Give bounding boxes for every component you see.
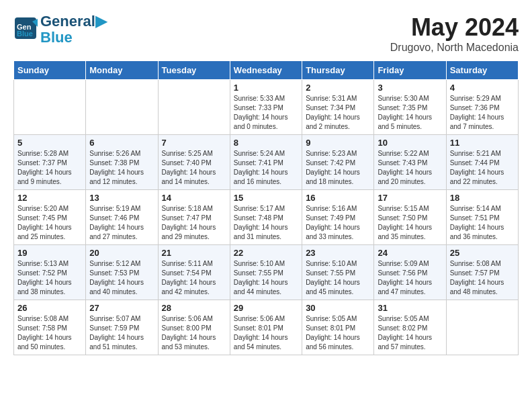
day-number: 10 xyxy=(378,138,442,148)
calendar-cell: 4Sunrise: 5:29 AM Sunset: 7:36 PM Daylig… xyxy=(446,80,518,135)
day-header-saturday: Saturday xyxy=(446,61,518,80)
day-number: 24 xyxy=(378,248,442,258)
day-detail: Sunrise: 5:05 AM Sunset: 8:01 PM Dayligh… xyxy=(306,314,370,352)
day-number: 19 xyxy=(17,248,82,258)
day-detail: Sunrise: 5:30 AM Sunset: 7:35 PM Dayligh… xyxy=(378,94,442,132)
calendar-week-1: 1Sunrise: 5:33 AM Sunset: 7:33 PM Daylig… xyxy=(14,80,519,135)
calendar-cell: 3Sunrise: 5:30 AM Sunset: 7:35 PM Daylig… xyxy=(374,80,446,135)
day-number: 1 xyxy=(234,83,298,93)
day-number: 22 xyxy=(234,248,298,258)
day-number: 20 xyxy=(89,248,154,258)
day-detail: Sunrise: 5:05 AM Sunset: 8:02 PM Dayligh… xyxy=(378,314,442,352)
day-detail: Sunrise: 5:29 AM Sunset: 7:36 PM Dayligh… xyxy=(450,94,515,132)
day-header-monday: Monday xyxy=(86,61,158,80)
day-number: 6 xyxy=(89,138,154,148)
calendar-cell: 15Sunrise: 5:17 AM Sunset: 7:48 PM Dayli… xyxy=(230,190,302,245)
day-detail: Sunrise: 5:20 AM Sunset: 7:45 PM Dayligh… xyxy=(17,204,82,242)
day-detail: Sunrise: 5:21 AM Sunset: 7:44 PM Dayligh… xyxy=(450,149,515,187)
calendar-cell: 2Sunrise: 5:31 AM Sunset: 7:34 PM Daylig… xyxy=(302,80,374,135)
day-detail: Sunrise: 5:24 AM Sunset: 7:41 PM Dayligh… xyxy=(234,149,298,187)
day-number: 18 xyxy=(450,193,515,203)
day-number: 26 xyxy=(17,303,82,313)
calendar-cell: 29Sunrise: 5:06 AM Sunset: 8:01 PM Dayli… xyxy=(230,300,302,355)
day-number: 27 xyxy=(89,303,154,313)
day-header-thursday: Thursday xyxy=(302,61,374,80)
day-detail: Sunrise: 5:11 AM Sunset: 7:54 PM Dayligh… xyxy=(162,259,226,297)
day-number: 8 xyxy=(234,138,298,148)
day-number: 12 xyxy=(17,193,82,203)
day-detail: Sunrise: 5:08 AM Sunset: 7:58 PM Dayligh… xyxy=(17,314,82,352)
day-detail: Sunrise: 5:33 AM Sunset: 7:33 PM Dayligh… xyxy=(234,94,298,132)
day-detail: Sunrise: 5:16 AM Sunset: 7:49 PM Dayligh… xyxy=(306,204,370,242)
calendar-cell: 13Sunrise: 5:19 AM Sunset: 7:46 PM Dayli… xyxy=(86,190,158,245)
day-detail: Sunrise: 5:09 AM Sunset: 7:56 PM Dayligh… xyxy=(378,259,442,297)
calendar-cell xyxy=(86,80,158,135)
logo: Gen Blue General▶ Blue xyxy=(13,13,107,46)
calendar-cell xyxy=(158,80,230,135)
calendar-cell: 26Sunrise: 5:08 AM Sunset: 7:58 PM Dayli… xyxy=(14,300,86,355)
day-number: 25 xyxy=(450,248,515,258)
calendar-cell: 19Sunrise: 5:13 AM Sunset: 7:52 PM Dayli… xyxy=(14,245,86,300)
calendar-cell xyxy=(446,300,518,355)
title-block: May 2024 Drugovo, North Macedonia xyxy=(390,13,519,54)
day-number: 30 xyxy=(306,303,370,313)
day-detail: Sunrise: 5:06 AM Sunset: 8:00 PM Dayligh… xyxy=(162,314,226,352)
calendar-table: SundayMondayTuesdayWednesdayThursdayFrid… xyxy=(13,60,519,355)
day-detail: Sunrise: 5:10 AM Sunset: 7:55 PM Dayligh… xyxy=(234,259,298,297)
logo-text: General▶ Blue xyxy=(40,13,107,46)
calendar-week-4: 19Sunrise: 5:13 AM Sunset: 7:52 PM Dayli… xyxy=(14,245,519,300)
day-detail: Sunrise: 5:07 AM Sunset: 7:59 PM Dayligh… xyxy=(89,314,154,352)
calendar-week-2: 5Sunrise: 5:28 AM Sunset: 7:37 PM Daylig… xyxy=(14,135,519,190)
day-header-wednesday: Wednesday xyxy=(230,61,302,80)
day-number: 7 xyxy=(162,138,226,148)
calendar-cell: 31Sunrise: 5:05 AM Sunset: 8:02 PM Dayli… xyxy=(374,300,446,355)
calendar-cell: 28Sunrise: 5:06 AM Sunset: 8:00 PM Dayli… xyxy=(158,300,230,355)
day-detail: Sunrise: 5:26 AM Sunset: 7:38 PM Dayligh… xyxy=(89,149,154,187)
day-header-friday: Friday xyxy=(374,61,446,80)
day-detail: Sunrise: 5:28 AM Sunset: 7:37 PM Dayligh… xyxy=(17,149,82,187)
calendar-cell: 20Sunrise: 5:12 AM Sunset: 7:53 PM Dayli… xyxy=(86,245,158,300)
day-number: 29 xyxy=(234,303,298,313)
day-detail: Sunrise: 5:08 AM Sunset: 7:57 PM Dayligh… xyxy=(450,259,515,297)
day-detail: Sunrise: 5:12 AM Sunset: 7:53 PM Dayligh… xyxy=(89,259,154,297)
day-detail: Sunrise: 5:10 AM Sunset: 7:55 PM Dayligh… xyxy=(306,259,370,297)
calendar-cell: 9Sunrise: 5:23 AM Sunset: 7:42 PM Daylig… xyxy=(302,135,374,190)
day-detail: Sunrise: 5:14 AM Sunset: 7:51 PM Dayligh… xyxy=(450,204,515,242)
header: Gen Blue General▶ Blue May 2024 Drugovo,… xyxy=(13,13,519,54)
calendar-cell: 7Sunrise: 5:25 AM Sunset: 7:40 PM Daylig… xyxy=(158,135,230,190)
calendar-header-row: SundayMondayTuesdayWednesdayThursdayFrid… xyxy=(14,61,519,80)
calendar-subtitle: Drugovo, North Macedonia xyxy=(390,42,519,54)
day-detail: Sunrise: 5:17 AM Sunset: 7:48 PM Dayligh… xyxy=(234,204,298,242)
calendar-cell: 8Sunrise: 5:24 AM Sunset: 7:41 PM Daylig… xyxy=(230,135,302,190)
calendar-cell: 23Sunrise: 5:10 AM Sunset: 7:55 PM Dayli… xyxy=(302,245,374,300)
calendar-cell: 17Sunrise: 5:15 AM Sunset: 7:50 PM Dayli… xyxy=(374,190,446,245)
calendar-title: May 2024 xyxy=(390,13,519,42)
day-number: 4 xyxy=(450,83,515,93)
calendar-cell: 18Sunrise: 5:14 AM Sunset: 7:51 PM Dayli… xyxy=(446,190,518,245)
day-detail: Sunrise: 5:31 AM Sunset: 7:34 PM Dayligh… xyxy=(306,94,370,132)
calendar-cell: 14Sunrise: 5:18 AM Sunset: 7:47 PM Dayli… xyxy=(158,190,230,245)
day-detail: Sunrise: 5:18 AM Sunset: 7:47 PM Dayligh… xyxy=(162,204,226,242)
day-detail: Sunrise: 5:25 AM Sunset: 7:40 PM Dayligh… xyxy=(162,149,226,187)
day-number: 28 xyxy=(162,303,226,313)
day-header-sunday: Sunday xyxy=(14,61,86,80)
calendar-cell: 27Sunrise: 5:07 AM Sunset: 7:59 PM Dayli… xyxy=(86,300,158,355)
day-number: 13 xyxy=(89,193,154,203)
calendar-cell: 22Sunrise: 5:10 AM Sunset: 7:55 PM Dayli… xyxy=(230,245,302,300)
calendar-cell: 30Sunrise: 5:05 AM Sunset: 8:01 PM Dayli… xyxy=(302,300,374,355)
day-number: 21 xyxy=(162,248,226,258)
day-number: 2 xyxy=(306,83,370,93)
day-header-tuesday: Tuesday xyxy=(158,61,230,80)
day-number: 11 xyxy=(450,138,515,148)
day-detail: Sunrise: 5:19 AM Sunset: 7:46 PM Dayligh… xyxy=(89,204,154,242)
calendar-cell: 6Sunrise: 5:26 AM Sunset: 7:38 PM Daylig… xyxy=(86,135,158,190)
calendar-cell xyxy=(14,80,86,135)
day-number: 16 xyxy=(306,193,370,203)
calendar-cell: 16Sunrise: 5:16 AM Sunset: 7:49 PM Dayli… xyxy=(302,190,374,245)
day-number: 15 xyxy=(234,193,298,203)
day-number: 5 xyxy=(17,138,82,148)
calendar-week-3: 12Sunrise: 5:20 AM Sunset: 7:45 PM Dayli… xyxy=(14,190,519,245)
day-number: 31 xyxy=(378,303,442,313)
day-number: 9 xyxy=(306,138,370,148)
logo-icon: Gen Blue xyxy=(13,16,38,40)
